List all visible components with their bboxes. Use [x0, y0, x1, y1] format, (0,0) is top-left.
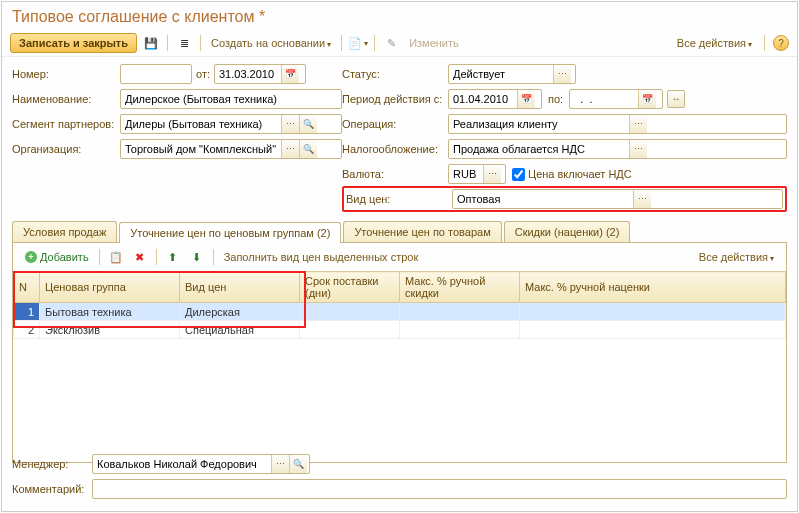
currency-label: Валюта: — [342, 168, 448, 180]
tabs: Условия продаж Уточнение цен по ценовым … — [12, 221, 787, 243]
comment-input[interactable] — [93, 480, 786, 498]
number-label: Номер: — [12, 68, 120, 80]
tab-price-groups[interactable]: Уточнение цен по ценовым группам (2) — [119, 222, 341, 243]
calendar-icon[interactable]: 📅 — [638, 90, 656, 108]
all-actions-menu[interactable]: Все действия — [673, 35, 756, 51]
manager-input[interactable] — [93, 455, 271, 473]
status-input[interactable] — [449, 65, 553, 83]
lookup-icon[interactable]: 🔍 — [299, 140, 317, 158]
action-icon[interactable]: 📄 — [348, 33, 368, 53]
select-icon[interactable]: ⋯ — [271, 455, 289, 473]
vat-checkbox[interactable] — [512, 168, 525, 181]
status-label: Статус: — [342, 68, 448, 80]
edit-icon: ✎ — [381, 33, 401, 53]
col-delivery[interactable]: Срок поставки (дни) — [300, 272, 400, 303]
period-sync-icon[interactable]: ↔ — [667, 90, 685, 108]
select-icon[interactable]: ⋯ — [483, 165, 501, 183]
select-icon[interactable]: ⋯ — [281, 115, 299, 133]
operation-input[interactable] — [449, 115, 629, 133]
period-to-input[interactable] — [570, 90, 638, 108]
col-price-type[interactable]: Вид цен — [180, 272, 300, 303]
move-down-icon[interactable]: ⬇ — [187, 247, 207, 267]
currency-input[interactable] — [449, 165, 483, 183]
lookup-icon[interactable]: 🔍 — [289, 455, 307, 473]
select-icon[interactable]: ⋯ — [281, 140, 299, 158]
org-input[interactable] — [121, 140, 281, 158]
select-icon[interactable]: ⋯ — [553, 65, 571, 83]
col-max-discount[interactable]: Макс. % ручной скидки — [400, 272, 520, 303]
table-all-actions-menu[interactable]: Все действия — [695, 249, 778, 265]
from-date-input[interactable] — [215, 65, 281, 83]
select-icon[interactable]: ⋯ — [629, 140, 647, 158]
table-toolbar: + Добавить 📋 ✖ ⬆ ⬇ Заполнить вид цен выд… — [12, 243, 787, 271]
period-to-label: по: — [548, 93, 563, 105]
table-row[interactable]: 2ЭксклюзивСпециальная — [14, 321, 786, 339]
table-row[interactable]: 1Бытовая техникаДилерская — [14, 303, 786, 321]
help-icon[interactable]: ? — [773, 35, 789, 51]
tab-discounts[interactable]: Скидки (наценки) (2) — [504, 221, 631, 242]
tax-input[interactable] — [449, 140, 629, 158]
col-n[interactable]: N — [14, 272, 40, 303]
period-label: Период действия с: — [342, 93, 448, 105]
name-input[interactable] — [121, 90, 317, 108]
from-label: от: — [196, 68, 210, 80]
name-label: Наименование: — [12, 93, 120, 105]
col-max-markup[interactable]: Макс. % ручной наценки — [520, 272, 786, 303]
vat-text: Цена включает НДС — [528, 168, 632, 180]
manager-label: Менеджер: — [12, 458, 92, 470]
segment-input[interactable] — [121, 115, 281, 133]
col-group[interactable]: Ценовая группа — [40, 272, 180, 303]
tab-price-products[interactable]: Уточнение цен по товарам — [343, 221, 501, 242]
delete-icon[interactable]: ✖ — [130, 247, 150, 267]
calendar-icon[interactable]: 📅 — [281, 65, 299, 83]
period-from-input[interactable] — [449, 90, 517, 108]
save-close-button[interactable]: Записать и закрыть — [10, 33, 137, 53]
price-type-label: Вид цен: — [346, 193, 452, 205]
segment-label: Сегмент партнеров: — [12, 118, 120, 130]
main-toolbar: Записать и закрыть 💾 ≣ Создать на основа… — [2, 30, 797, 57]
vat-checkbox-label[interactable]: Цена включает НДС — [512, 168, 632, 181]
move-up-icon[interactable]: ⬆ — [163, 247, 183, 267]
price-type-input[interactable] — [453, 190, 633, 208]
org-label: Организация: — [12, 143, 120, 155]
fill-price-type-button[interactable]: Заполнить вид цен выделенных строк — [220, 249, 423, 265]
form-area: Номер: от: 📅 Статус: ⋯ Наименование: — [2, 57, 797, 215]
edit-button: Изменить — [405, 35, 463, 51]
list-icon[interactable]: ≣ — [174, 33, 194, 53]
price-group-table: N Ценовая группа Вид цен Срок поставки (… — [12, 271, 787, 463]
select-icon[interactable]: ⋯ — [633, 190, 651, 208]
copy-icon[interactable]: 📋 — [106, 247, 126, 267]
lookup-icon[interactable]: 🔍 — [299, 115, 317, 133]
tab-sales-conditions[interactable]: Условия продаж — [12, 221, 117, 242]
add-label: Добавить — [40, 251, 89, 263]
tax-label: Налогообложение: — [342, 143, 448, 155]
save-icon[interactable]: 💾 — [141, 33, 161, 53]
add-button[interactable]: + Добавить — [21, 249, 93, 265]
page-title: Типовое соглашение с клиентом * — [2, 2, 797, 30]
bottom-area: Менеджер: ⋯ 🔍 Комментарий: — [12, 453, 787, 503]
plus-icon: + — [25, 251, 37, 263]
select-icon[interactable]: ⋯ — [629, 115, 647, 133]
calendar-icon[interactable]: 📅 — [517, 90, 535, 108]
operation-label: Операция: — [342, 118, 448, 130]
comment-label: Комментарий: — [12, 483, 92, 495]
create-on-basis-menu[interactable]: Создать на основании — [207, 35, 335, 51]
